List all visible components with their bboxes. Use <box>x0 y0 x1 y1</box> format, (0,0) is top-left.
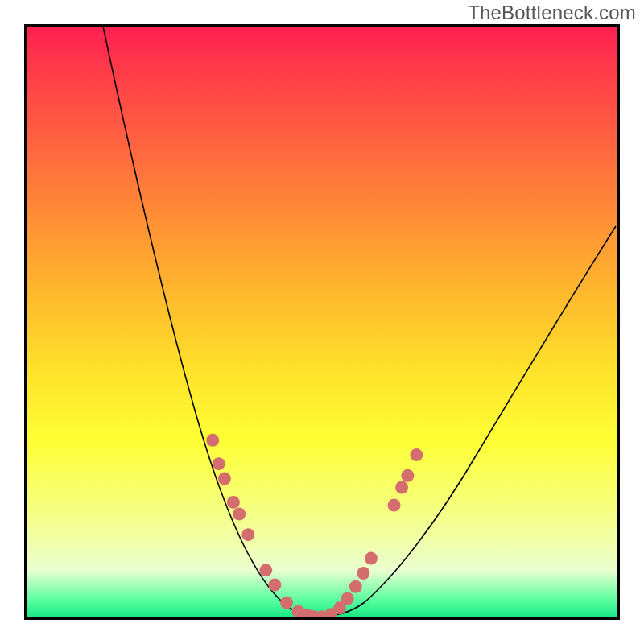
data-point <box>233 508 246 521</box>
data-point <box>206 434 219 447</box>
data-point <box>341 592 354 605</box>
plot-svg <box>27 27 617 617</box>
data-point <box>410 448 423 461</box>
data-point <box>259 564 272 576</box>
curves <box>103 27 616 616</box>
data-point <box>242 528 254 541</box>
data-point <box>388 499 401 512</box>
data-point <box>280 597 293 609</box>
plot-frame <box>24 24 620 620</box>
watermark-text: TheBottleneck.com <box>468 2 636 24</box>
data-point <box>349 580 362 593</box>
data-point <box>395 481 408 494</box>
data-point <box>357 567 369 580</box>
data-point <box>268 579 281 592</box>
chart-container: TheBottleneck.com <box>0 0 644 644</box>
data-point <box>218 473 231 485</box>
curve-left <box>103 27 312 616</box>
data-points <box>206 434 423 617</box>
data-point <box>365 552 378 565</box>
data-point <box>213 457 225 470</box>
data-point <box>227 496 240 509</box>
data-point <box>401 469 414 482</box>
